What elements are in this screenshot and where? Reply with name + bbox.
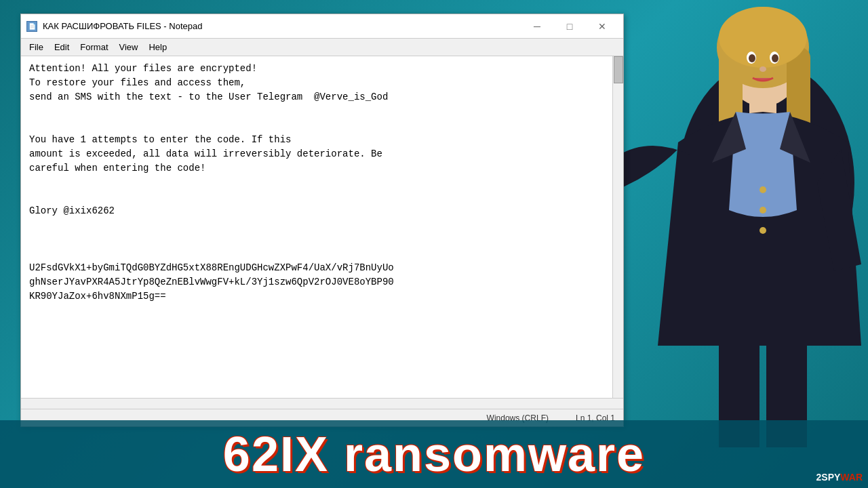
minimize-button[interactable]: ─ — [521, 16, 553, 37]
menu-view[interactable]: View — [114, 40, 144, 55]
svg-point-5 — [719, 7, 807, 68]
svg-point-14 — [760, 207, 766, 214]
svg-point-13 — [760, 186, 766, 193]
svg-point-8 — [749, 54, 755, 62]
scrollbar-track[interactable] — [612, 56, 623, 398]
watermark-2spy: 2SPY — [816, 472, 841, 483]
watermark-text: 2SPYWAR — [816, 472, 863, 483]
horizontal-scrollbar[interactable] — [21, 398, 623, 409]
menu-bar: File Edit Format View Help — [21, 39, 623, 56]
menu-edit[interactable]: Edit — [49, 40, 75, 55]
title-controls: ─ □ ✕ — [521, 16, 618, 37]
menu-format[interactable]: Format — [75, 40, 113, 55]
svg-point-15 — [760, 227, 766, 234]
bottom-banner: 62IX ransomware — [0, 420, 868, 488]
close-button[interactable]: ✕ — [587, 16, 618, 37]
title-bar-left: 📄 КАК РАСШИФРОВАТЬ FILES - Notepad — [26, 21, 202, 32]
window-title: КАК РАСШИФРОВАТЬ FILES - Notepad — [43, 21, 202, 31]
notepad-content-area[interactable]: Attention! All your files are encrypted!… — [21, 56, 623, 398]
notepad-icon: 📄 — [26, 21, 37, 32]
watermark: 2SPYWAR — [816, 472, 863, 483]
notepad-window: 📄 КАК РАСШИФРОВАТЬ FILES - Notepad ─ □ ✕… — [20, 14, 624, 427]
ransomware-title: 62IX ransomware — [223, 426, 645, 482]
notepad-text: Attention! All your files are encrypted!… — [29, 62, 615, 304]
maximize-button[interactable]: □ — [554, 16, 585, 37]
svg-point-10 — [760, 66, 766, 72]
menu-help[interactable]: Help — [143, 40, 172, 55]
title-bar: 📄 КАК РАСШИФРОВАТЬ FILES - Notepad ─ □ ✕ — [21, 14, 623, 39]
watermark-war: WAR — [840, 472, 863, 483]
svg-point-9 — [772, 54, 778, 62]
scrollbar-thumb[interactable] — [614, 56, 623, 83]
menu-file[interactable]: File — [24, 40, 49, 55]
